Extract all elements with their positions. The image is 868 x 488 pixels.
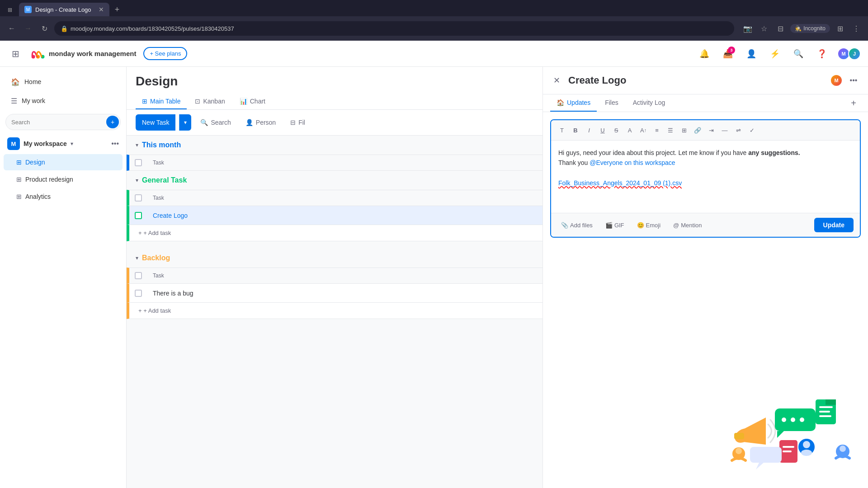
tab-updates[interactable]: 🏠 Updates (550, 94, 597, 112)
mention-btn[interactable]: @ Mention (670, 220, 705, 230)
new-tab-btn[interactable]: + (110, 3, 124, 16)
person-toolbar-icon: 👤 (245, 119, 253, 126)
sidebar-search-input[interactable] (5, 114, 121, 130)
editor-btn-list-ordered[interactable]: ⊞ (678, 124, 690, 136)
task-header-this-month: Task (127, 155, 542, 171)
side-panel-add-tab-btn[interactable]: + (846, 96, 861, 110)
extensions-icon[interactable]: ⊞ (834, 22, 846, 35)
editor-btn-align[interactable]: ⇌ (732, 124, 745, 136)
gif-btn[interactable]: 🎬 GIF (602, 220, 628, 230)
group-collapse-backlog[interactable]: ▾ (136, 255, 138, 261)
editor-btn-text-size[interactable]: A↑ (637, 124, 650, 136)
camera-off-icon[interactable]: 📷 (741, 22, 754, 35)
select-all-checkbox-bl[interactable] (135, 272, 142, 279)
svg-marker-7 (777, 431, 784, 438)
sidebar-board-product-redesign[interactable]: ⊞ Product redesign (4, 171, 123, 188)
select-all-checkbox-gt[interactable] (135, 194, 142, 202)
editor-btn-text-color[interactable]: A (623, 124, 636, 136)
search-toolbar-btn[interactable]: 🔍 Search (195, 114, 236, 131)
illustration-svg (707, 381, 852, 472)
editor-btn-text[interactable]: T (556, 124, 568, 136)
sidebar-board-analytics[interactable]: ⊞ Analytics (4, 188, 123, 205)
active-tab[interactable]: M Design - Create Logo ✕ (19, 3, 109, 16)
tab-chart[interactable]: 📊 Chart (233, 94, 272, 109)
side-panel-body: T B I U S A A↑ ≡ ☰ ⊞ 🔗 ⇥ — ⇌ ✓ (543, 112, 868, 488)
address-bar[interactable]: 🔒 moodjoy.monday.com/boards/1830420525/p… (54, 21, 734, 36)
add-task-label-backlog: + Add task (143, 307, 171, 314)
sidebar-board-design[interactable]: ⊞ Design (4, 154, 123, 170)
editor-bold-text: any suggestions. (748, 149, 800, 156)
side-panel-avatar: M (830, 74, 843, 87)
editor-btn-align-left[interactable]: ≡ (651, 124, 663, 136)
editor-btn-indent[interactable]: ⇥ (705, 124, 717, 136)
board-toolbar: New Task ▾ 🔍 Search 👤 Person ⊟ Fil (127, 110, 542, 136)
sidebar-board-product-label: Product redesign (25, 176, 73, 183)
sidebar-item-my-work[interactable]: ☰ My work (4, 92, 123, 110)
editor-btn-list-unordered[interactable]: ☰ (664, 124, 677, 136)
new-task-btn[interactable]: New Task (136, 114, 175, 131)
add-files-btn[interactable]: 📎 Add files (557, 220, 596, 230)
editor-main-text: Hi guys, need your idea about this proje… (558, 148, 853, 158)
forward-btn[interactable]: → (22, 22, 34, 35)
group-title-backlog[interactable]: Backlog (142, 254, 170, 262)
person-toolbar-btn[interactable]: 👤 Person (240, 114, 281, 131)
side-panel-close-btn[interactable]: ✕ (550, 74, 563, 87)
notifications-btn[interactable]: 🔔 (696, 46, 712, 62)
editor-file-link[interactable]: Folk_Business_Angels_2024_01_09 (1).csv (558, 179, 682, 187)
inbox-btn[interactable]: 📥 3 (720, 46, 736, 62)
editor-btn-strikethrough[interactable]: S (610, 124, 623, 136)
editor-btn-link[interactable]: 🔗 (691, 124, 704, 136)
help-btn[interactable]: ❓ (814, 46, 830, 62)
integrations-btn[interactable]: ⚡ (767, 46, 783, 62)
editor-btn-checklist[interactable]: ✓ (745, 124, 758, 136)
group-collapse-general-task[interactable]: ▾ (136, 177, 138, 183)
editor-btn-bold[interactable]: B (569, 124, 582, 136)
task-checkbox-bug[interactable] (135, 290, 142, 297)
task-row-there-is-a-bug[interactable]: There is a bug (127, 284, 542, 303)
svg-rect-17 (783, 446, 794, 448)
select-all-checkbox[interactable] (135, 159, 142, 166)
back-btn[interactable]: ← (5, 22, 18, 35)
emoji-btn[interactable]: 😊 Emoji (633, 220, 665, 230)
editor-mention-link[interactable]: @Everyone on this workspace (590, 159, 675, 166)
tab-activity-log[interactable]: Activity Log (627, 94, 672, 112)
group-title-this-month[interactable]: This month (142, 141, 181, 149)
menu-icon[interactable]: ⋮ (850, 22, 863, 35)
sidebar-icon[interactable]: ⊟ (774, 22, 787, 35)
tab-files[interactable]: Files (599, 94, 625, 112)
filter-toolbar-btn[interactable]: ⊟ Fil (285, 114, 311, 131)
tab-stack-btn[interactable]: ⊞ (4, 4, 16, 16)
tab-kanban[interactable]: ⊡ Kanban (189, 94, 231, 109)
editor-btn-italic[interactable]: I (583, 124, 595, 136)
editor-toolbar: T B I U S A A↑ ≡ ☰ ⊞ 🔗 ⇥ — ⇌ ✓ (551, 120, 860, 141)
task-col-name-header-bl: Task (147, 272, 542, 279)
reload-btn[interactable]: ↻ (38, 22, 51, 35)
new-task-dropdown-btn[interactable]: ▾ (179, 114, 191, 131)
workspace-header[interactable]: M My workspace ▾ ••• (0, 134, 126, 154)
text-editor[interactable]: T B I U S A A↑ ≡ ☰ ⊞ 🔗 ⇥ — ⇌ ✓ (550, 119, 861, 238)
editor-content[interactable]: Hi guys, need your idea about this proje… (551, 141, 860, 213)
task-checkbox-create-logo[interactable] (135, 212, 142, 219)
editor-btn-underline[interactable]: U (596, 124, 609, 136)
add-task-row-general[interactable]: + + Add task (127, 225, 542, 241)
avatar-2[interactable]: J (848, 47, 861, 60)
apps-grid-btn[interactable]: ⊞ (7, 46, 24, 62)
sidebar-search-btn[interactable]: + (106, 116, 119, 128)
tab-close-btn[interactable]: ✕ (99, 6, 104, 13)
see-plans-btn[interactable]: + See plans (143, 47, 187, 60)
svg-rect-18 (783, 450, 792, 452)
editor-link-line: Folk_Business_Angels_2024_01_09 (1).csv (558, 178, 853, 188)
group-collapse-this-month[interactable]: ▾ (136, 142, 138, 148)
task-row-create-logo[interactable]: Create Logo (127, 206, 542, 225)
workspace-more-icon[interactable]: ••• (111, 140, 119, 148)
invite-btn[interactable]: 👤 (743, 46, 760, 62)
group-title-general-task[interactable]: General Task (142, 176, 187, 184)
update-btn[interactable]: Update (814, 218, 854, 232)
editor-btn-divider[interactable]: — (718, 124, 731, 136)
star-icon[interactable]: ☆ (758, 22, 770, 35)
side-panel-more-btn[interactable]: ••• (846, 73, 861, 88)
sidebar-item-home[interactable]: 🏠 Home (4, 73, 123, 91)
search-btn[interactable]: 🔍 (790, 46, 807, 62)
tab-main-table[interactable]: ⊞ Main Table (136, 94, 187, 109)
add-task-row-backlog[interactable]: + + Add task (127, 303, 542, 319)
